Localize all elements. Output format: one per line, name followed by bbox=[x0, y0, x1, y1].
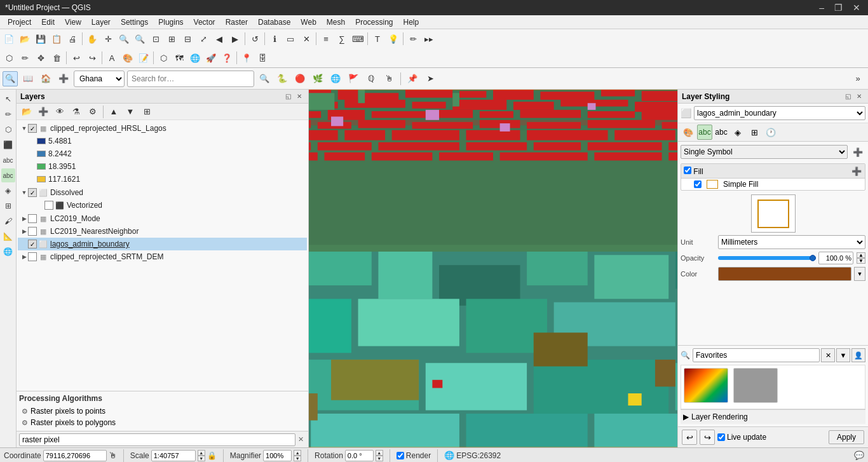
color-picker-btn[interactable]: 🎨 bbox=[120, 50, 135, 65]
arrow-btn[interactable]: ➤ bbox=[423, 71, 438, 86]
check-srtm[interactable] bbox=[28, 252, 37, 261]
layers-open-btn[interactable]: 📂 bbox=[19, 104, 34, 119]
qgis-logo-btn[interactable]: ℚ bbox=[363, 71, 379, 86]
digitize-btn[interactable]: ✏ bbox=[405, 31, 421, 46]
expand-srtm[interactable]: ▶ bbox=[20, 253, 28, 261]
cursor-btn[interactable]: 🖱 bbox=[381, 71, 397, 86]
layers-down-btn[interactable]: ▼ bbox=[123, 104, 138, 119]
label-tool-btn[interactable]: A bbox=[104, 50, 119, 65]
layer-lagos-admin[interactable]: ✓ ⬜ lagos_admin_boundary bbox=[18, 238, 307, 250]
plugin-btn1[interactable]: ⬡ bbox=[156, 50, 171, 65]
pan-to-selection-btn[interactable]: ✛ bbox=[100, 31, 116, 46]
fav-dropdown-btn[interactable]: ▼ bbox=[836, 348, 850, 362]
rotation-down-btn[interactable]: ▼ bbox=[376, 456, 383, 461]
opacity-input[interactable] bbox=[818, 252, 853, 264]
zoom-native-btn[interactable]: ⤢ bbox=[196, 31, 211, 46]
symbol-type-select[interactable]: Single Symbol bbox=[681, 145, 848, 159]
check-lagosadmin[interactable]: ✓ bbox=[28, 240, 37, 248]
redo-edit-btn[interactable]: ↪ bbox=[85, 50, 100, 65]
scale-up-btn[interactable]: ▲ bbox=[198, 450, 205, 456]
tab-abc2[interactable]: abc bbox=[714, 125, 729, 140]
tool-abc2[interactable]: abc bbox=[1, 168, 15, 182]
tool-brush[interactable]: 🖌 bbox=[1, 214, 15, 228]
expand-dissolved[interactable]: ▼ bbox=[20, 189, 28, 196]
fav-clear-btn[interactable]: ✕ bbox=[821, 348, 835, 362]
fill-check[interactable] bbox=[684, 166, 691, 174]
zoom-full-btn[interactable]: ⊡ bbox=[148, 31, 163, 46]
tab-layers2[interactable]: ⊞ bbox=[747, 125, 762, 140]
menu-database[interactable]: Database bbox=[253, 17, 295, 28]
qgis-server-btn[interactable]: 🔴 bbox=[292, 71, 308, 86]
python-btn[interactable]: 🐍 bbox=[275, 71, 290, 86]
epsg-value[interactable]: EPSG:26392 bbox=[456, 451, 501, 460]
rotation-up-btn[interactable]: ▲ bbox=[376, 450, 383, 456]
rotation-input[interactable] bbox=[345, 450, 374, 461]
expand-lc2019nn[interactable]: ▶ bbox=[20, 228, 28, 235]
annotation-btn[interactable]: 📝 bbox=[136, 50, 151, 65]
menu-web[interactable]: Web bbox=[295, 17, 321, 28]
label-btn[interactable]: T bbox=[370, 31, 385, 46]
region-select[interactable]: Ghana bbox=[74, 71, 125, 87]
layers-filter-btn[interactable]: ⚗ bbox=[69, 104, 84, 119]
menu-project[interactable]: Project bbox=[3, 17, 36, 28]
tool-edit[interactable]: ✏ bbox=[1, 107, 15, 121]
search-input[interactable] bbox=[127, 71, 254, 87]
edit-node-btn[interactable]: ⬡ bbox=[1, 50, 17, 65]
layer-hrsl[interactable]: ▼ ✓ ▦ clipped_reprojected_HRSL_Lagos bbox=[18, 122, 307, 135]
expand-hrsl[interactable]: ▼ bbox=[20, 125, 28, 132]
menu-raster[interactable]: Raster bbox=[220, 17, 253, 28]
style-undo-btn[interactable]: ↩ bbox=[682, 430, 697, 445]
opacity-up-btn[interactable]: ▲ bbox=[857, 252, 865, 258]
symbol-add-btn[interactable]: ➕ bbox=[851, 165, 862, 177]
favorites-search-input[interactable] bbox=[693, 348, 820, 362]
tool-globe[interactable]: 🌐 bbox=[1, 245, 15, 259]
menu-help[interactable]: Help bbox=[398, 17, 424, 28]
delete-feature-btn[interactable]: 🗑 bbox=[49, 50, 64, 65]
undo-edit-btn[interactable]: ↩ bbox=[69, 50, 84, 65]
go-home-btn[interactable]: 🏠 bbox=[38, 71, 53, 86]
layers-eye-btn[interactable]: 👁 bbox=[52, 104, 67, 119]
select-btn[interactable]: ▭ bbox=[283, 31, 298, 46]
bookmark-btn[interactable]: 📖 bbox=[20, 71, 36, 86]
tool-cursor[interactable]: ↖ bbox=[1, 92, 15, 106]
zoom-out-btn[interactable]: 🔍 bbox=[132, 31, 147, 46]
scale-down-btn[interactable]: ▼ bbox=[198, 456, 205, 461]
plugin-btn4[interactable]: 🚀 bbox=[203, 50, 219, 65]
zoom-next-btn[interactable]: ▶ bbox=[227, 31, 243, 46]
fav-add-user-btn[interactable]: 👤 bbox=[851, 348, 865, 362]
deselect-btn[interactable]: ✕ bbox=[299, 31, 314, 46]
apply-button[interactable]: Apply bbox=[829, 430, 864, 444]
statistics-btn[interactable]: ∑ bbox=[334, 31, 349, 46]
styling-layer-dropdown[interactable]: lagos_admin_boundary bbox=[694, 106, 865, 120]
plugin-btn5[interactable]: ❓ bbox=[219, 50, 234, 65]
new-project-btn[interactable]: 📄 bbox=[1, 31, 17, 46]
menu-settings[interactable]: Settings bbox=[116, 17, 153, 28]
tool-polygon[interactable]: ⬛ bbox=[1, 138, 15, 152]
globe-btn[interactable]: 🌐 bbox=[328, 71, 343, 86]
opacity-slider[interactable] bbox=[718, 256, 816, 260]
calc-btn[interactable]: ⌨ bbox=[350, 31, 365, 46]
unit-select[interactable]: Millimeters bbox=[718, 235, 865, 249]
menu-processing[interactable]: Processing bbox=[350, 17, 398, 28]
menu-mesh[interactable]: Mesh bbox=[322, 17, 350, 28]
magnifier-input[interactable] bbox=[263, 450, 292, 461]
menu-vector[interactable]: Vector bbox=[189, 17, 220, 28]
check-hrsl[interactable]: ✓ bbox=[28, 124, 37, 133]
layer-rendering-header[interactable]: ▶ Layer Rendering bbox=[681, 409, 865, 424]
layer-lc2019-mode[interactable]: ▶ ▦ LC2019_Mode bbox=[18, 212, 307, 225]
tool-node[interactable]: ⬡ bbox=[1, 123, 15, 137]
db-btn[interactable]: 🗄 bbox=[255, 50, 270, 65]
tab-paint[interactable]: 🎨 bbox=[681, 125, 696, 140]
identify-btn[interactable]: ℹ bbox=[267, 31, 282, 46]
coordinate-input[interactable] bbox=[43, 450, 107, 461]
proc-raster-to-polygons[interactable]: ⚙ Raster pixels to polygons bbox=[19, 417, 306, 428]
move-feature-btn[interactable]: ✥ bbox=[33, 50, 48, 65]
expand-lc2019mode[interactable]: ▶ bbox=[20, 215, 28, 222]
flag-btn[interactable]: 🚩 bbox=[346, 71, 361, 86]
proc-raster-to-points[interactable]: ⚙ Raster pixels to points bbox=[19, 405, 306, 417]
zoom-to-selection-btn[interactable]: ⊞ bbox=[164, 31, 179, 46]
close-styling-btn[interactable]: ✕ bbox=[854, 92, 864, 102]
render-checkbox[interactable] bbox=[397, 452, 404, 459]
live-update-checkbox[interactable] bbox=[717, 433, 725, 441]
opacity-down-btn[interactable]: ▼ bbox=[857, 258, 865, 264]
